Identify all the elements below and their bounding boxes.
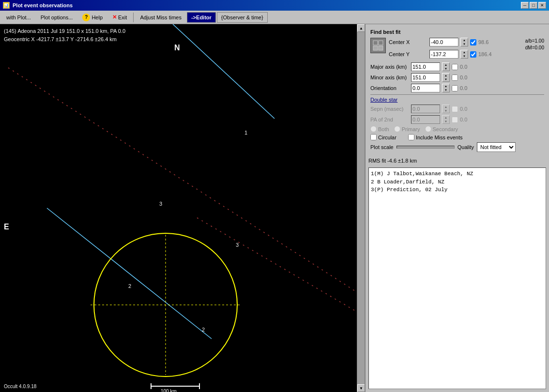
orientation-input[interactable] — [411, 84, 440, 92]
close-button[interactable]: ✕ — [538, 2, 546, 9]
pa2nd-input[interactable] — [411, 115, 440, 124]
center-x-spinner[interactable]: ▲ ▼ — [460, 38, 468, 46]
center-y-checkbox[interactable] — [470, 51, 476, 58]
results-box: 1(M) J Talbot,Waikanae Beach, NZ 2 B Loa… — [368, 167, 546, 389]
help-menu[interactable]: ? Help — [78, 12, 107, 23]
include-miss-checkbox-wrapper: Include Miss events — [408, 134, 463, 140]
svg-rect-0 — [3, 24, 361, 392]
title-bar: 📊 Plot event observations ─ □ ✕ — [0, 0, 549, 11]
right-panel: Find best fit Center X — [366, 24, 549, 392]
pa2nd-checkbox-wrapper — [452, 117, 458, 123]
svg-text:3: 3 — [159, 201, 162, 207]
center-x-input[interactable] — [429, 38, 458, 46]
maximize-button[interactable]: □ — [530, 2, 537, 9]
result-line-3: 3(P) Prediction, 02 July — [371, 186, 544, 194]
exit-icon: ✕ — [112, 14, 117, 20]
plot-scale-row: Plot scale Quality Not fitted — [370, 142, 544, 152]
main-content: 1 3 3 2 2 100 km (145) Adeona 2011 Jul 1… — [0, 24, 549, 392]
scroll-up-button[interactable]: ▲ — [357, 24, 365, 32]
menu-bar: with Plot... Plot options... ? Help ✕ Ex… — [0, 11, 549, 24]
with-plot-menu[interactable]: with Plot... — [2, 12, 35, 23]
sepn-label: Sepn (masec) — [370, 106, 409, 112]
include-miss-checkbox[interactable] — [408, 134, 414, 140]
orientation-label: Orientation — [370, 85, 409, 91]
svg-text:2: 2 — [128, 283, 131, 289]
center-y-input[interactable] — [429, 50, 458, 59]
sepn-checkbox[interactable] — [452, 106, 458, 112]
svg-text:3: 3 — [236, 242, 239, 248]
minor-axis-spinner[interactable]: ▲ ▼ — [442, 73, 450, 82]
svg-rect-19 — [373, 46, 378, 50]
major-axis-row: Major axis (km) ▲ ▼ 0.0 — [370, 62, 544, 71]
major-axis-spinner[interactable]: ▲ ▼ — [442, 62, 450, 71]
secondary-label: Secondary — [433, 126, 458, 132]
both-radio[interactable] — [370, 126, 377, 132]
grid-icon[interactable] — [370, 38, 386, 53]
primary-radio[interactable] — [394, 126, 400, 132]
window-title: Plot event observations — [13, 2, 73, 8]
rms-text: RMS fit -4.6 ±1.8 km — [368, 158, 546, 164]
center-x-checkbox[interactable] — [470, 39, 476, 45]
minimize-button[interactable]: ─ — [521, 2, 529, 9]
grid-svg — [372, 40, 384, 51]
plot-info: (145) Adeona 2011 Jul 19 151.0 x 151.0 k… — [4, 27, 125, 43]
window-controls: ─ □ ✕ — [521, 2, 546, 9]
orientation-spinner[interactable]: ▲ ▼ — [442, 84, 450, 92]
plot-options-menu[interactable]: Plot options... — [36, 12, 77, 23]
app-icon: 📊 — [3, 2, 10, 9]
minor-axis-input[interactable] — [411, 73, 440, 82]
find-best-fit-header: Center X ▲ ▼ 98.6 Center Y — [370, 38, 544, 60]
plot-scale-slider[interactable] — [396, 146, 455, 149]
orientation-checkbox-wrapper — [452, 85, 458, 91]
minor-axis-checkbox[interactable] — [452, 75, 458, 81]
secondary-radio[interactable] — [425, 126, 431, 132]
double-star-link[interactable]: Double star — [370, 97, 397, 103]
major-axis-label: Major axis (km) — [370, 64, 409, 70]
minor-axis-label: Minor axis (km) — [370, 75, 409, 80]
plot-info-line2: Geocentric X -4217.7 ±13.7 Y -2714.6 ±26… — [4, 35, 125, 44]
minor-axis-row: Minor axis (km) ▲ ▼ 0.0 — [370, 73, 544, 82]
result-line-2: 2 B Loader,Darfield, NZ — [371, 178, 544, 186]
quality-select[interactable]: Not fitted — [477, 142, 516, 152]
svg-text:2: 2 — [202, 327, 205, 332]
exit-menu[interactable]: ✕ Exit — [108, 12, 131, 23]
major-axis-input[interactable] — [411, 62, 440, 71]
pa2nd-spinner: ▲ ▼ — [442, 115, 450, 124]
circular-checkbox[interactable] — [370, 134, 377, 140]
center-y-value2: 186.4 — [478, 51, 495, 57]
adjust-miss-times-button[interactable]: Adjust Miss times — [136, 12, 186, 23]
double-star-title-row: Double star — [370, 97, 544, 103]
svg-rect-18 — [379, 41, 383, 45]
both-radio-wrapper: Both — [370, 126, 389, 132]
double-star-section: Double star Sepn (masec) ▲ ▼ 0.0 — [370, 94, 544, 132]
pa2nd-label: PA of 2nd — [370, 117, 409, 122]
center-y-spinner[interactable]: ▲ ▼ — [460, 50, 468, 59]
scroll-down-button[interactable]: ▼ — [357, 384, 365, 392]
plot-scrollbar[interactable]: ▲ ▼ — [357, 24, 365, 392]
version-label: Occult 4.0.9.18 — [4, 384, 36, 389]
center-y-label: Center Y — [389, 51, 427, 57]
center-x-row: Center X ▲ ▼ 98.6 — [389, 38, 522, 46]
plot-scale-label: Plot scale — [370, 144, 394, 150]
svg-rect-20 — [379, 46, 383, 50]
find-best-fit-grid: Center X ▲ ▼ 98.6 Center Y — [389, 38, 522, 60]
orientation-checkbox[interactable] — [452, 85, 458, 91]
scroll-track[interactable] — [357, 32, 365, 384]
sepn-value2: 0.0 — [460, 106, 477, 112]
svg-text:100 km: 100 km — [161, 389, 177, 392]
pa2nd-row: PA of 2nd ▲ ▼ 0.0 — [370, 115, 544, 124]
observer-time-button[interactable]: {Observer & time} — [217, 12, 268, 23]
find-best-fit-section: Find best fit Center X — [368, 27, 546, 154]
circular-label: Circular — [378, 135, 396, 140]
major-axis-checkbox[interactable] — [452, 64, 458, 70]
secondary-radio-wrapper: Secondary — [425, 126, 458, 132]
help-icon: ? — [82, 14, 90, 21]
center-y-row: Center Y ▲ ▼ 186.4 — [389, 50, 522, 59]
editor-button[interactable]: ->Editor — [187, 12, 216, 23]
pa2nd-checkbox[interactable] — [452, 117, 458, 123]
east-label: E — [4, 223, 9, 231]
sepn-input[interactable] — [411, 105, 440, 113]
minor-axis-checkbox-wrapper — [452, 75, 458, 81]
north-label: N — [174, 44, 180, 52]
center-x-label: Center X — [389, 39, 427, 45]
